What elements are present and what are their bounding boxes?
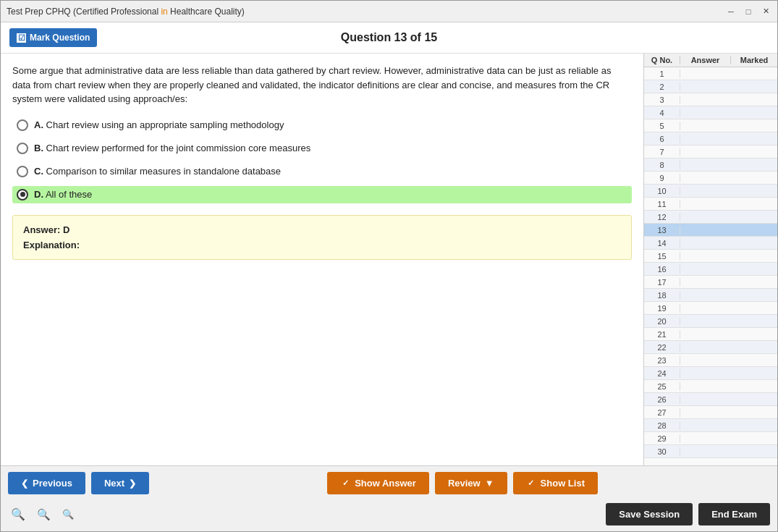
sidebar-qno: 14 [644,239,680,248]
sidebar-row[interactable]: 10 [644,185,777,198]
zoom-out-button[interactable]: 🔍 [59,507,77,521]
show-list-label: Show List [541,478,585,489]
sidebar-row[interactable]: 23 [644,354,777,367]
sidebar-qno: 3 [644,96,680,104]
option-b[interactable]: B. Chart review performed for the joint … [12,140,632,157]
next-button[interactable]: Next [91,472,149,494]
sidebar-qno: 2 [644,83,680,91]
sidebar-qno: 10 [644,187,680,195]
sidebar-qno: 11 [644,200,680,208]
sidebar-row[interactable]: 17 [644,276,777,289]
sidebar-row[interactable]: 16 [644,263,777,276]
sidebar-qno: 23 [644,356,680,365]
sidebar-row[interactable]: 6 [644,132,777,145]
sidebar-row[interactable]: 19 [644,302,777,315]
option-d-label: D. All of these [34,189,92,200]
option-d[interactable]: D. All of these [12,186,632,203]
save-session-button[interactable]: Save Session [606,503,693,525]
mark-question-button[interactable]: Mark Question [9,28,97,47]
sidebar-header: Q No. Answer Marked [644,54,777,67]
sidebar-qno: 13 [644,226,680,235]
option-a-label: A. Chart review using an appropriate sam… [34,119,284,130]
title-bar: Test Prep CPHQ (Certified Professional i… [1,1,777,22]
close-button[interactable]: ✕ [760,6,771,17]
col-answer-header: Answer [680,56,731,64]
sidebar-qno: 19 [644,304,680,313]
sidebar-row[interactable]: 1 [644,67,777,80]
sidebar-qno: 5 [644,122,680,130]
show-answer-checkbox-icon [340,478,350,489]
sidebar-qno: 4 [644,109,680,117]
sidebar-qno: 24 [644,369,680,378]
next-label: Next [104,478,124,489]
end-exam-button[interactable]: End Exam [698,503,770,525]
radio-c [17,166,28,177]
sidebar-qno: 29 [644,434,680,443]
col-qno-header: Q No. [644,56,680,64]
option-a[interactable]: A. Chart review using an appropriate sam… [12,117,632,134]
sidebar-row[interactable]: 4 [644,106,777,119]
sidebar-row[interactable]: 12 [644,211,777,224]
sidebar-rows: 1 2 3 4 5 6 7 8 9 10 11 [644,67,777,458]
end-exam-label: End Exam [711,509,757,520]
explanation-label: Explanation: [23,240,621,250]
sidebar-row[interactable]: 26 [644,393,777,406]
show-answer-label: Show Answer [355,478,416,489]
sidebar-qno: 1 [644,69,680,78]
sidebar-row[interactable]: 21 [644,328,777,341]
sidebar-row[interactable]: 20 [644,315,777,328]
sidebar-qno: 30 [644,447,680,456]
sidebar-row[interactable]: 27 [644,406,777,419]
sidebar-qno: 25 [644,382,680,391]
option-c[interactable]: C. Comparison to similar measures in sta… [12,163,632,180]
sidebar-row[interactable]: 3 [644,93,777,106]
show-list-checkbox-icon [526,478,536,489]
mark-question-label: Mark Question [30,33,90,43]
sidebar-row[interactable]: 22 [644,341,777,354]
sidebar-row[interactable]: 2 [644,80,777,93]
sidebar-row[interactable]: 18 [644,289,777,302]
sidebar-qno: 17 [644,278,680,287]
sidebar-row[interactable]: 7 [644,145,777,159]
show-list-button[interactable]: Show List [513,472,598,494]
sidebar-row[interactable]: 8 [644,159,777,172]
radio-a [17,119,28,131]
sidebar-row[interactable]: 15 [644,250,777,263]
previous-button[interactable]: Previous [8,472,85,494]
sidebar-qno: 12 [644,213,680,221]
sidebar-row[interactable]: 5 [644,119,777,132]
sidebar-row[interactable]: 25 [644,380,777,393]
minimize-button[interactable]: ─ [725,6,737,17]
mark-checkbox-icon [17,33,26,43]
radio-d [17,189,28,200]
sidebar-qno: 9 [644,174,680,182]
show-answer-button[interactable]: Show Answer [327,472,429,494]
option-b-label: B. Chart review performed for the joint … [34,143,310,153]
sidebar-row[interactable]: 24 [644,367,777,380]
sidebar-row[interactable]: 30 [644,445,777,458]
question-area: Some argue that administrative data are … [1,54,643,465]
app-title: Test Prep CPHQ (Certified Professional i… [7,7,245,17]
question-text: Some argue that administrative data are … [12,64,632,106]
question-list-sidebar: Q No. Answer Marked 1 2 3 4 5 6 7 8 [643,54,777,465]
sidebar-qno: 21 [644,330,680,339]
review-button[interactable]: Review ▼ [435,472,507,494]
sidebar-qno: 16 [644,265,680,274]
maximize-button[interactable]: □ [743,6,754,17]
sidebar-row[interactable]: 13 [644,224,777,237]
question-title: Question 13 of 15 [341,31,437,44]
header: Mark Question Question 13 of 15 [1,22,777,54]
footer-center: Show Answer Review ▼ Show List [155,472,770,494]
zoom-normal-button[interactable]: 🔍 [34,507,54,523]
sidebar-row[interactable]: 14 [644,237,777,250]
sidebar-row[interactable]: 9 [644,172,777,185]
sidebar-row[interactable]: 29 [644,432,777,445]
sidebar-qno: 22 [644,343,680,352]
sidebar-qno: 18 [644,291,680,300]
sidebar-row[interactable]: 28 [644,419,777,432]
window-controls: ─ □ ✕ [725,6,771,17]
zoom-in-button[interactable]: 🔍 [8,506,28,523]
sidebar-row[interactable]: 11 [644,198,777,211]
sidebar-qno: 7 [644,148,680,156]
sidebar-qno: 6 [644,135,680,143]
